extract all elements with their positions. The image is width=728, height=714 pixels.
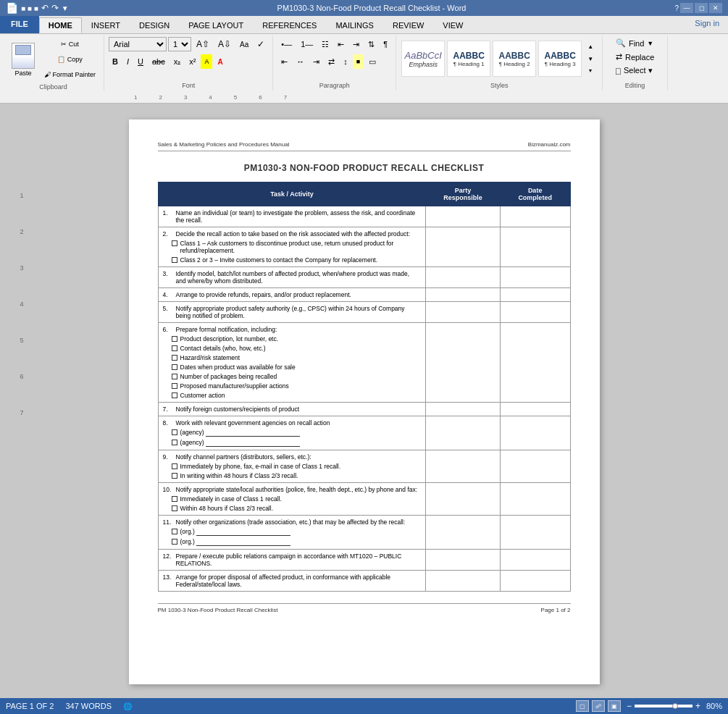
checkbox: [172, 496, 177, 502]
styles-scroll-up[interactable]: ▲: [584, 41, 597, 53]
copy-button[interactable]: 📋 Copy: [41, 52, 99, 67]
table-header-party: Party Responsible: [426, 182, 500, 206]
clear-format-button[interactable]: ✓: [254, 37, 268, 51]
tab-mailings[interactable]: MAILINGS: [326, 17, 383, 33]
window-title: PM1030-3 Non-Food Product Recall Checkli…: [69, 4, 675, 12]
checkbox: [172, 336, 177, 342]
task-cell: 1. Name an individual (or team) to inves…: [158, 206, 426, 227]
line-spacing-button[interactable]: ↕: [340, 54, 351, 69]
strikethrough-button[interactable]: abc: [148, 54, 169, 69]
italic-button[interactable]: I: [123, 54, 133, 69]
table-row: 10. Notify appropriate state/local autho…: [158, 483, 570, 516]
borders-button[interactable]: ▭: [365, 54, 380, 69]
checkbox: [172, 429, 177, 435]
select-button[interactable]: ⎕ Select ▾: [612, 64, 658, 77]
footer-right: Page 1 of 2: [541, 607, 571, 613]
tab-view[interactable]: VIEW: [433, 17, 472, 33]
table-row: 5. Notify appropriate product safety aut…: [158, 302, 570, 323]
shading-button[interactable]: ■: [353, 54, 364, 69]
paragraph-label: Paragraph: [319, 80, 350, 89]
change-case-button[interactable]: Aa: [236, 37, 252, 51]
reading-view-button[interactable]: ☍: [592, 700, 605, 712]
font-size-select[interactable]: 12: [168, 37, 191, 51]
font-color-button[interactable]: A: [214, 54, 226, 69]
web-layout-button[interactable]: ▣: [608, 700, 621, 712]
word-count: 347 WORDS: [65, 702, 112, 710]
justify-button[interactable]: ⇄: [325, 54, 338, 69]
page-header: Sales & Marketing Policies and Procedure…: [158, 141, 571, 151]
align-left-button[interactable]: ⇤: [277, 54, 291, 69]
underline-button[interactable]: U: [134, 54, 147, 69]
help-icon[interactable]: ?: [674, 4, 679, 12]
tab-insert[interactable]: INSERT: [82, 17, 130, 33]
format-painter-button[interactable]: 🖌 Format Painter: [41, 67, 99, 82]
zoom-in-button[interactable]: +: [695, 701, 700, 711]
checkbox: [172, 364, 177, 370]
styles-expand[interactable]: ▾: [584, 64, 597, 77]
minimize-button[interactable]: —: [680, 3, 693, 13]
sort-button[interactable]: ⇅: [364, 37, 378, 51]
grow-font-button[interactable]: A⇧: [193, 37, 213, 51]
paste-button[interactable]: Paste: [7, 41, 39, 78]
cut-button[interactable]: ✂ Cut: [41, 37, 99, 51]
find-button[interactable]: 🔍 Find ▼: [612, 37, 658, 49]
show-hide-button[interactable]: ¶: [380, 37, 391, 51]
ribbon-tabs: FILE HOME INSERT DESIGN PAGE LAYOUT REFE…: [0, 16, 728, 34]
checkbox: [172, 505, 177, 511]
shrink-font-button[interactable]: A⇩: [214, 37, 235, 51]
tab-page-layout[interactable]: PAGE LAYOUT: [179, 17, 253, 33]
checkbox: [172, 374, 177, 379]
checkbox: [172, 440, 177, 445]
subscript-button[interactable]: x₂: [170, 54, 185, 69]
numbering-button[interactable]: 1—: [297, 37, 317, 51]
text-highlight-button[interactable]: A: [201, 54, 212, 69]
footer-left: PM 1030-3 Non-Food Product Recall Checkl…: [158, 607, 278, 613]
table-row: 13. Arrange for proper disposal of affec…: [158, 571, 570, 592]
align-center-button[interactable]: ↔: [293, 54, 308, 69]
close-button[interactable]: ✕: [709, 3, 722, 13]
checkbox: [172, 463, 177, 469]
bullets-button[interactable]: •—: [277, 37, 296, 51]
align-right-button[interactable]: ⇥: [309, 54, 323, 69]
superscript-button[interactable]: x²: [185, 54, 199, 69]
checkbox: [172, 473, 177, 479]
table-row: 11. Notify other organizations (trade as…: [158, 516, 570, 550]
tab-design[interactable]: DESIGN: [130, 17, 179, 33]
decrease-indent-button[interactable]: ⇤: [334, 37, 348, 51]
page-footer: PM 1030-3 Non-Food Product Recall Checkl…: [158, 603, 571, 613]
font-name-select[interactable]: Arial: [109, 37, 167, 51]
restore-button[interactable]: ◻: [695, 3, 708, 13]
increase-indent-button[interactable]: ⇥: [349, 37, 363, 51]
replace-button[interactable]: ⇄ Replace: [612, 51, 658, 63]
checkbox: [172, 383, 177, 389]
checkbox: [172, 392, 177, 398]
style-heading2[interactable]: AABBC ¶ Heading 2: [493, 41, 536, 77]
find-icon: 🔍: [616, 38, 626, 48]
table-row: 2. Decide the recall action to take base…: [158, 227, 570, 267]
zoom-out-button[interactable]: −: [627, 701, 632, 711]
tab-home[interactable]: HOME: [39, 17, 82, 33]
editing-group: 🔍 Find ▼ ⇄ Replace ⎕ Select ▾ Editing: [603, 35, 668, 91]
print-layout-button[interactable]: ▢: [576, 700, 589, 712]
ruler: 1234567: [0, 92, 728, 104]
tab-references[interactable]: REFERENCES: [253, 17, 326, 33]
title-bar: 📄 ■ ■ ■ ↶ ↷ ▼ PM1030-3 Non-Food Product …: [0, 0, 728, 16]
checkbox: [172, 240, 177, 246]
replace-icon: ⇄: [616, 52, 622, 62]
status-bar: PAGE 1 OF 2 347 WORDS 🌐 ▢ ☍ ▣ − + 80%: [0, 698, 728, 714]
page: Sales & Marketing Policies and Procedure…: [129, 119, 600, 684]
zoom-slider[interactable]: [635, 705, 693, 707]
styles-group: AaBbCcI Emphasis AABBC ¶ Heading 1 AABBC…: [396, 35, 603, 91]
bold-button[interactable]: B: [109, 54, 122, 69]
sign-in-link[interactable]: Sign in: [686, 16, 728, 33]
style-heading1[interactable]: AABBC ¶ Heading 1: [447, 41, 490, 77]
zoom-control: − + 80%: [627, 701, 722, 711]
tab-review[interactable]: REVIEW: [383, 17, 433, 33]
zoom-level: 80%: [706, 702, 722, 710]
tab-file[interactable]: FILE: [0, 16, 39, 33]
style-emphasis[interactable]: AaBbCcI Emphasis: [401, 41, 445, 77]
styles-scroll-down[interactable]: ▼: [584, 53, 597, 65]
editing-label: Editing: [625, 80, 645, 89]
multilevel-list-button[interactable]: ☷: [318, 37, 332, 51]
style-heading3[interactable]: AABBC ¶ Heading 3: [538, 41, 582, 77]
